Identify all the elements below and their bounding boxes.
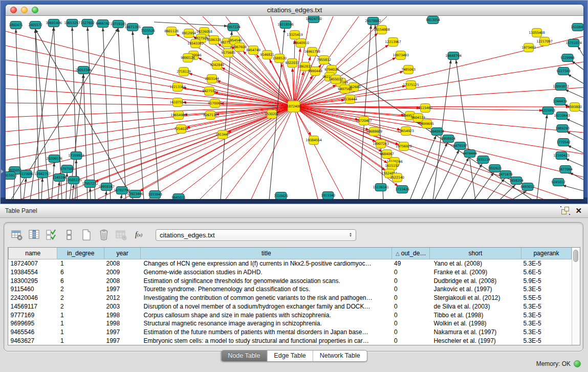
tab-edge-table[interactable]: Edge Table bbox=[267, 351, 312, 361]
graph-node[interactable]: 1588520 bbox=[272, 54, 287, 63]
graph-node[interactable]: 7254024 bbox=[174, 125, 188, 134]
graph-node[interactable]: 2935114 bbox=[476, 156, 490, 164]
network-canvas[interactable]: 1872400189247124055723069140610653257152… bbox=[6, 16, 583, 199]
table-row[interactable]: 946362711997Embryonic stem cells: a mode… bbox=[9, 336, 572, 345]
column-header-name[interactable]: name bbox=[9, 248, 57, 259]
graph-node[interactable]: 9242848 bbox=[210, 61, 224, 70]
graph-node[interactable]: 8493012 bbox=[520, 183, 535, 191]
graph-node[interactable]: 12213967 bbox=[385, 38, 401, 47]
graph-node[interactable]: 6466162 bbox=[96, 20, 110, 28]
column-header-out_de[interactable]: △out_de… bbox=[392, 248, 430, 259]
graph-node[interactable]: 2522140 bbox=[390, 173, 404, 182]
graph-node[interactable]: 1973493 bbox=[521, 43, 536, 52]
graph-node[interactable]: 1510847 bbox=[571, 24, 583, 31]
graph-node[interactable]: 1913447 bbox=[215, 130, 230, 139]
table-mode-icon[interactable] bbox=[10, 228, 24, 242]
tab-network-table[interactable]: Network Table bbox=[313, 351, 367, 361]
graph-node[interactable]: 13325419 bbox=[287, 31, 303, 39]
table-row[interactable]: 1830029562008Estimation of significance … bbox=[9, 276, 572, 285]
graph-node[interactable]: 9890126 bbox=[181, 54, 195, 62]
row-height-icon[interactable] bbox=[62, 228, 76, 242]
graph-node[interactable]: 9797587 bbox=[60, 165, 74, 173]
graph-node[interactable]: 19654983 bbox=[170, 111, 187, 120]
select-all-columns-icon[interactable] bbox=[45, 228, 58, 242]
graph-node[interactable]: 9170065 bbox=[208, 99, 222, 108]
graph-node[interactable]: 16210643 bbox=[554, 112, 570, 120]
graph-node[interactable]: 1530202 bbox=[265, 110, 279, 119]
graph-node[interactable]: 7515526 bbox=[141, 27, 155, 35]
graph-node[interactable]: 2967608 bbox=[232, 43, 247, 52]
graph-node[interactable]: 8267130 bbox=[203, 111, 217, 120]
column-header-short[interactable]: short bbox=[429, 248, 521, 259]
graph-node[interactable]: 1989293 bbox=[555, 125, 570, 133]
graph-node[interactable]: 30691406 bbox=[46, 19, 62, 27]
graph-node[interactable]: 13505135 bbox=[66, 177, 82, 184]
graph-node[interactable]: 16648794 bbox=[445, 52, 462, 60]
graph-node[interactable]: 19654923 bbox=[398, 127, 414, 136]
graph-node[interactable]: 9699695 bbox=[420, 120, 434, 128]
graph-node[interactable]: 9990448 bbox=[308, 67, 322, 76]
graph-node[interactable]: 9129966 bbox=[560, 54, 575, 62]
vertical-scrollbar[interactable] bbox=[572, 248, 580, 345]
citation-network-graph[interactable]: 1872400189247124055723069140610653257152… bbox=[6, 16, 583, 199]
graph-node[interactable]: 8186328 bbox=[207, 36, 221, 45]
graph-node[interactable]: 17359924 bbox=[68, 152, 84, 160]
graph-node[interactable]: 8471676 bbox=[498, 171, 513, 179]
graph-node[interactable]: 1527602 bbox=[80, 19, 95, 27]
graph-node[interactable]: 11055408 bbox=[529, 29, 545, 37]
graph-node[interactable]: 17375125 bbox=[403, 81, 419, 90]
close-window-button[interactable] bbox=[10, 7, 17, 13]
graph-node[interactable]: 9322037 bbox=[285, 59, 299, 68]
graph-node[interactable]: 12160423 bbox=[553, 152, 570, 160]
tab-node-table[interactable]: Node Table bbox=[221, 351, 267, 361]
import-table-icon[interactable] bbox=[115, 228, 128, 242]
graph-node[interactable]: 1593800 bbox=[568, 103, 582, 112]
graph-node[interactable]: 2718129 bbox=[177, 68, 191, 76]
graph-node[interactable]: 1455012 bbox=[329, 75, 343, 84]
graph-node[interactable]: 1658204 bbox=[509, 177, 524, 185]
table-row[interactable]: 911546021997Tourette syndrome. Phenomeno… bbox=[9, 285, 572, 294]
graph-node[interactable]: 8427552 bbox=[202, 87, 216, 96]
splitter-collapse-handle[interactable] bbox=[1, 169, 4, 173]
graph-node[interactable]: 8601128 bbox=[164, 27, 179, 36]
table-row[interactable]: 1938455462009Genome-wide association stu… bbox=[9, 268, 572, 277]
minimize-window-button[interactable] bbox=[21, 7, 28, 13]
graph-node[interactable]: 18640910 bbox=[293, 39, 309, 48]
graph-node[interactable]: 6497568 bbox=[338, 85, 352, 94]
table-row[interactable]: 1456911722003Disruption of a novel membe… bbox=[9, 302, 572, 311]
column-header-year[interactable]: year bbox=[104, 248, 141, 259]
window-titlebar[interactable]: citations_edges.txt bbox=[6, 5, 583, 16]
graph-node[interactable]: 12093872 bbox=[553, 83, 569, 91]
graph-node[interactable]: 9684067 bbox=[380, 150, 394, 159]
graph-node[interactable]: 1033843 bbox=[148, 191, 162, 199]
close-panel-icon[interactable]: ✕ bbox=[575, 207, 582, 214]
graph-node[interactable]: 1913340 bbox=[321, 192, 335, 200]
graph-node[interactable]: 20053346 bbox=[75, 67, 92, 74]
memory-status-indicator[interactable] bbox=[574, 360, 581, 367]
graph-node[interactable]: 7110425 bbox=[274, 192, 288, 200]
table-row[interactable]: 2242004622012Investigating the contribut… bbox=[9, 294, 572, 302]
graph-node[interactable]: 12923446 bbox=[127, 190, 143, 198]
column-header-title[interactable]: title bbox=[141, 248, 392, 259]
graph-node[interactable]: 16107554 bbox=[169, 98, 186, 107]
table-selector-dropdown[interactable]: citations_edges.txt ▲▼ bbox=[156, 229, 356, 241]
vertical-scrollbar-thumb[interactable] bbox=[573, 250, 578, 262]
column-header-in_degree[interactable]: in_degree bbox=[57, 248, 104, 259]
table-row[interactable]: 969969511998Structural magnetic resonanc… bbox=[9, 319, 572, 328]
show-columns-icon[interactable] bbox=[28, 228, 41, 242]
graph-node[interactable]: 9215953 bbox=[541, 107, 555, 115]
graph-node[interactable]: 2803144 bbox=[205, 75, 219, 83]
graph-node[interactable]: 1115686 bbox=[19, 170, 33, 178]
graph-node[interactable]: 17957272 bbox=[82, 180, 98, 188]
graph-node[interactable]: 19384554 bbox=[306, 136, 322, 145]
graph-node[interactable]: 1872400 bbox=[287, 101, 301, 112]
graph-node[interactable]: 1677064 bbox=[558, 166, 573, 173]
graph-node[interactable]: 10719185 bbox=[110, 20, 126, 28]
graph-node[interactable]: 1244419 bbox=[553, 98, 567, 105]
graph-node[interactable]: 9115460 bbox=[418, 104, 432, 113]
graph-node[interactable]: 7485063 bbox=[401, 65, 416, 74]
graph-node[interactable]: 7957224 bbox=[226, 24, 241, 31]
graph-node[interactable]: 15720407 bbox=[356, 117, 372, 125]
graph-node[interactable]: 3915913 bbox=[6, 172, 17, 180]
graph-node[interactable]: 16961758 bbox=[304, 48, 320, 56]
